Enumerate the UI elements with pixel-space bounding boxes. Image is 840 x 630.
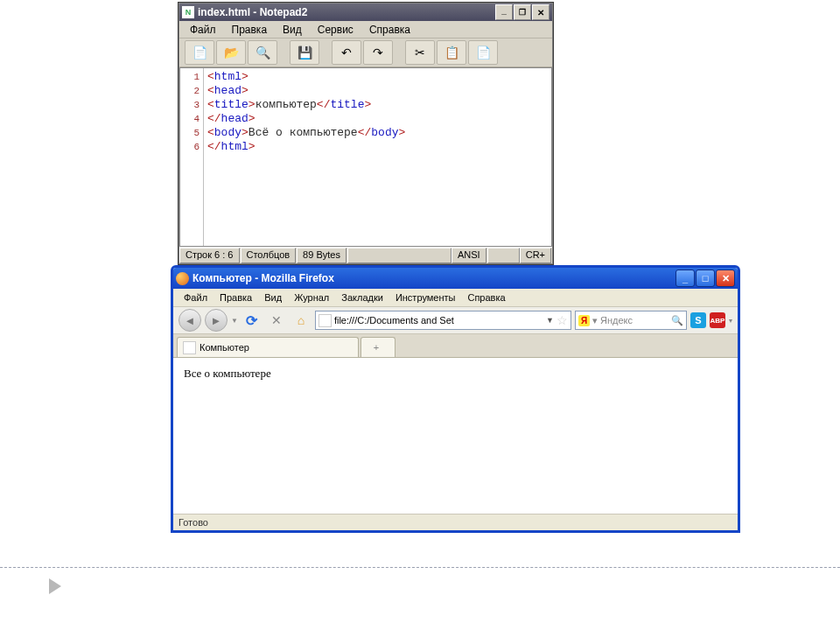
reload-button[interactable]: ⟳	[242, 310, 262, 331]
code-area[interactable]: <html><head><title>компьютер</title></he…	[204, 68, 551, 246]
menu-tools[interactable]: Сервис	[311, 22, 360, 38]
status-eol: CR+	[520, 248, 551, 263]
menu-help[interactable]: Справка	[462, 290, 510, 304]
restore-button[interactable]	[514, 4, 531, 20]
browse-icon[interactable]: 🔍	[248, 40, 277, 65]
close-button[interactable]: ✕	[716, 270, 735, 287]
tab-active[interactable]: Компьютер	[177, 337, 359, 357]
menu-tools[interactable]: Инструменты	[390, 290, 461, 304]
menu-bookmarks[interactable]: Закладки	[336, 290, 388, 304]
code-editor[interactable]: 123456 <html><head><title>компьютер</tit…	[179, 67, 552, 247]
tab-label: Компьютер	[200, 342, 249, 353]
toolbar-overflow-icon[interactable]: ▾	[729, 317, 732, 325]
menu-file[interactable]: Файл	[178, 290, 213, 304]
close-button[interactable]	[532, 4, 550, 20]
menu-view[interactable]: Вид	[276, 22, 309, 38]
redo-icon[interactable]: ↷	[363, 40, 393, 65]
save-icon[interactable]: 💾	[290, 40, 319, 65]
status-cols: Столбцов	[241, 248, 297, 263]
url-dropdown-icon[interactable]: ▼	[546, 316, 554, 325]
back-button[interactable]: ◄	[178, 309, 201, 332]
firefox-window: Компьютер - Mozilla Firefox _ □ ✕ Файл П…	[171, 265, 740, 533]
menu-edit[interactable]: Правка	[214, 290, 257, 304]
notepad2-title: index.html - Notepad2	[198, 6, 307, 18]
maximize-button[interactable]: □	[696, 270, 715, 287]
page-content: Все о компьютере	[173, 358, 738, 514]
tab-strip: Компьютер +	[173, 334, 738, 358]
tab-page-icon	[183, 341, 196, 354]
firefox-titlebar[interactable]: Компьютер - Mozilla Firefox _ □ ✕	[173, 268, 738, 289]
line-gutter: 123456	[180, 68, 204, 246]
slide-arrow-icon	[49, 578, 61, 594]
slide-divider	[0, 567, 840, 568]
bookmark-star-icon[interactable]: ☆	[556, 313, 568, 327]
menu-edit[interactable]: Правка	[225, 22, 275, 38]
status-size: 89 Bytes	[297, 248, 346, 263]
notepad2-app-icon: N	[182, 6, 194, 18]
notepad2-window: N index.html - Notepad2 Файл Правка Вид …	[178, 3, 553, 264]
firefox-statusbar: Готово	[173, 514, 738, 530]
notepad2-menubar: Файл Правка Вид Сервис Справка	[179, 21, 552, 38]
notepad2-toolbar: 📄 📂 🔍 💾 ↶ ↷ ✂ 📋 📄	[179, 38, 552, 67]
minimize-button[interactable]	[495, 4, 513, 20]
url-text: file:///C:/Documents and Set	[334, 315, 543, 326]
status-encoding: ANSI	[452, 248, 486, 263]
undo-icon[interactable]: ↶	[332, 40, 361, 65]
status-text: Готово	[178, 517, 208, 528]
paste-icon[interactable]: 📄	[468, 40, 498, 65]
cut-icon[interactable]: ✂	[405, 40, 435, 65]
firefox-navbar: ◄ ► ▼ ⟳ ✕ ⌂ file:///C:/Documents and Set…	[173, 307, 738, 334]
firefox-app-icon	[176, 272, 189, 285]
search-box[interactable]: Я ▾ Яндекс 🔍	[575, 311, 687, 330]
open-file-icon[interactable]: 📂	[216, 40, 246, 65]
menu-help[interactable]: Справка	[362, 22, 417, 38]
skype-icon[interactable]: S	[690, 312, 706, 328]
new-tab-button[interactable]: +	[360, 337, 396, 357]
page-body-text: Все о компьютере	[184, 367, 271, 380]
menu-history[interactable]: Журнал	[289, 290, 334, 304]
menu-view[interactable]: Вид	[259, 290, 287, 304]
firefox-menubar: Файл Правка Вид Журнал Закладки Инструме…	[173, 289, 738, 307]
status-lines: Строк 6 : 6	[179, 248, 240, 263]
search-placeholder: Яндекс	[600, 315, 668, 326]
search-engine-dropdown-icon[interactable]: ▾	[592, 315, 598, 326]
stop-button[interactable]: ✕	[266, 310, 287, 331]
notepad2-statusbar: Строк 6 : 6 Столбцов 89 Bytes ANSI CR+	[179, 247, 552, 263]
firefox-title: Компьютер - Mozilla Firefox	[192, 272, 334, 284]
page-icon	[318, 314, 332, 327]
yandex-icon: Я	[578, 315, 590, 326]
url-bar[interactable]: file:///C:/Documents and Set ▼ ☆	[315, 311, 571, 330]
forward-button[interactable]: ►	[205, 309, 228, 332]
new-file-icon[interactable]: 📄	[185, 40, 214, 65]
history-dropdown-icon[interactable]: ▼	[231, 317, 238, 325]
adblock-icon[interactable]: ABP	[710, 312, 725, 328]
home-button[interactable]: ⌂	[290, 310, 312, 331]
menu-file[interactable]: Файл	[183, 22, 223, 38]
search-go-icon[interactable]: 🔍	[671, 315, 683, 326]
minimize-button[interactable]: _	[676, 270, 695, 287]
notepad2-titlebar[interactable]: N index.html - Notepad2	[179, 4, 552, 21]
copy-icon[interactable]: 📋	[437, 40, 466, 65]
